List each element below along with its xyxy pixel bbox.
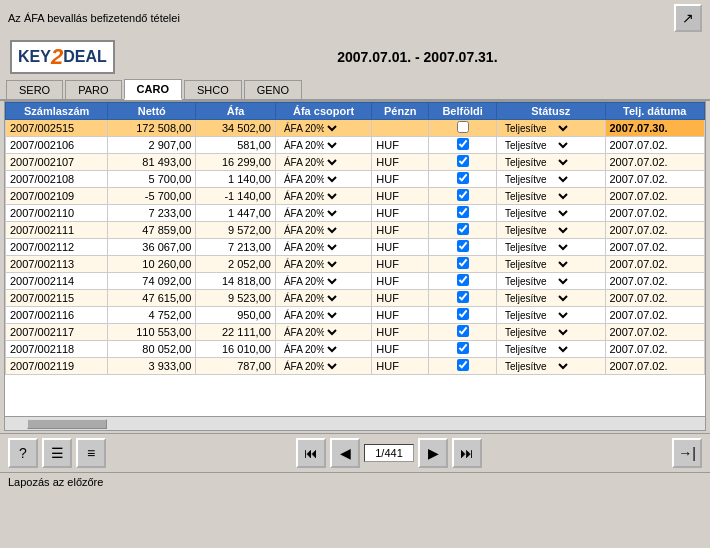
col-statusz[interactable]: Státusz: [496, 103, 605, 120]
cell-belfoldi[interactable]: [429, 188, 497, 205]
cell-belfoldi[interactable]: [429, 290, 497, 307]
next-page-button[interactable]: ▶: [418, 438, 448, 468]
table-row[interactable]: 2007/0021164 752,00950,00ÁFA 20%HUFTelje…: [6, 307, 705, 324]
afa-csoport-select[interactable]: ÁFA 20%: [280, 292, 340, 305]
cell-afa-csoport[interactable]: ÁFA 20%: [275, 341, 371, 358]
cell-statusz[interactable]: Teljesítve: [496, 307, 605, 324]
cell-belfoldi[interactable]: [429, 239, 497, 256]
cell-statusz[interactable]: Teljesítve: [496, 154, 605, 171]
afa-csoport-select[interactable]: ÁFA 20%: [280, 258, 340, 271]
cell-statusz[interactable]: Teljesítve: [496, 341, 605, 358]
belfoldi-checkbox[interactable]: [457, 155, 469, 167]
belfoldi-checkbox[interactable]: [457, 240, 469, 252]
belfoldi-checkbox[interactable]: [457, 359, 469, 371]
statusz-select[interactable]: Teljesítve: [501, 360, 571, 373]
afa-csoport-select[interactable]: ÁFA 20%: [280, 360, 340, 373]
belfoldi-checkbox[interactable]: [457, 257, 469, 269]
table-row[interactable]: 2007/00211547 615,009 523,00ÁFA 20%HUFTe…: [6, 290, 705, 307]
cell-statusz[interactable]: Teljesítve: [496, 358, 605, 375]
cell-afa-csoport[interactable]: ÁFA 20%: [275, 222, 371, 239]
afa-csoport-select[interactable]: ÁFA 20%: [280, 139, 340, 152]
cell-statusz[interactable]: Teljesítve: [496, 188, 605, 205]
cell-afa-csoport[interactable]: ÁFA 20%: [275, 358, 371, 375]
belfoldi-checkbox[interactable]: [457, 291, 469, 303]
belfoldi-checkbox[interactable]: [457, 342, 469, 354]
cell-afa-csoport[interactable]: ÁFA 20%: [275, 137, 371, 154]
statusz-select[interactable]: Teljesítve: [501, 156, 571, 169]
cell-statusz[interactable]: Teljesítve: [496, 239, 605, 256]
belfoldi-checkbox[interactable]: [457, 138, 469, 150]
cell-belfoldi[interactable]: [429, 307, 497, 324]
statusz-select[interactable]: Teljesítve: [501, 309, 571, 322]
belfoldi-checkbox[interactable]: [457, 274, 469, 286]
afa-csoport-select[interactable]: ÁFA 20%: [280, 275, 340, 288]
afa-csoport-select[interactable]: ÁFA 20%: [280, 326, 340, 339]
cell-statusz[interactable]: Teljesítve: [496, 205, 605, 222]
tab-geno[interactable]: GENO: [244, 80, 302, 99]
belfoldi-checkbox[interactable]: [457, 325, 469, 337]
table-row[interactable]: 2007/00211880 052,0016 010,00ÁFA 20%HUFT…: [6, 341, 705, 358]
cell-belfoldi[interactable]: [429, 137, 497, 154]
afa-csoport-select[interactable]: ÁFA 20%: [280, 173, 340, 186]
statusz-select[interactable]: Teljesítve: [501, 275, 571, 288]
statusz-select[interactable]: Teljesítve: [501, 190, 571, 203]
col-penzn[interactable]: Pénzn: [372, 103, 429, 120]
cell-afa-csoport[interactable]: ÁFA 20%: [275, 307, 371, 324]
cell-belfoldi[interactable]: [429, 358, 497, 375]
afa-csoport-select[interactable]: ÁFA 20%: [280, 224, 340, 237]
table-container[interactable]: Számlaszám Nettó Áfa Áfa csoport Pénzn B…: [5, 102, 705, 416]
afa-csoport-select[interactable]: ÁFA 20%: [280, 156, 340, 169]
cell-statusz[interactable]: Teljesítve: [496, 222, 605, 239]
filter-button[interactable]: ≡: [76, 438, 106, 468]
scroll-thumb[interactable]: [27, 419, 107, 429]
table-row[interactable]: 2007/0021107 233,001 447,00ÁFA 20%HUFTel…: [6, 205, 705, 222]
help-button[interactable]: ?: [8, 438, 38, 468]
afa-csoport-select[interactable]: ÁFA 20%: [280, 343, 340, 356]
table-row[interactable]: 2007/00211310 260,002 052,00ÁFA 20%HUFTe…: [6, 256, 705, 273]
cell-afa-csoport[interactable]: ÁFA 20%: [275, 273, 371, 290]
cell-belfoldi[interactable]: [429, 256, 497, 273]
belfoldi-checkbox[interactable]: [457, 189, 469, 201]
cell-belfoldi[interactable]: [429, 205, 497, 222]
cell-statusz[interactable]: Teljesítve: [496, 324, 605, 341]
cell-belfoldi[interactable]: [429, 324, 497, 341]
col-afa-csoport[interactable]: Áfa csoport: [275, 103, 371, 120]
table-row[interactable]: 2007/002109-5 700,00-1 140,00ÁFA 20%HUFT…: [6, 188, 705, 205]
statusz-select[interactable]: Teljesítve: [501, 241, 571, 254]
prev-page-button[interactable]: ◀: [330, 438, 360, 468]
belfoldi-checkbox[interactable]: [457, 206, 469, 218]
first-page-button[interactable]: ⏮: [296, 438, 326, 468]
statusz-select[interactable]: Teljesítve: [501, 292, 571, 305]
last-page-button[interactable]: ⏭: [452, 438, 482, 468]
afa-csoport-select[interactable]: ÁFA 20%: [280, 190, 340, 203]
cell-belfoldi[interactable]: [429, 171, 497, 188]
belfoldi-checkbox[interactable]: [457, 121, 469, 133]
col-telj-datuma[interactable]: Telj. dátuma: [605, 103, 705, 120]
table-row[interactable]: 2007/0021085 700,001 140,00ÁFA 20%HUFTel…: [6, 171, 705, 188]
tab-caro[interactable]: CARO: [124, 79, 182, 100]
page-input[interactable]: 1/441: [364, 444, 414, 462]
cell-afa-csoport[interactable]: ÁFA 20%: [275, 120, 371, 137]
cell-afa-csoport[interactable]: ÁFA 20%: [275, 154, 371, 171]
table-row[interactable]: 2007/00211236 067,007 213,00ÁFA 20%HUFTe…: [6, 239, 705, 256]
cell-afa-csoport[interactable]: ÁFA 20%: [275, 239, 371, 256]
statusz-select[interactable]: Teljesítve: [501, 343, 571, 356]
statusz-select[interactable]: Teljesítve: [501, 326, 571, 339]
cell-statusz[interactable]: Teljesítve: [496, 171, 605, 188]
belfoldi-checkbox[interactable]: [457, 308, 469, 320]
tab-paro[interactable]: PARO: [65, 80, 121, 99]
cell-belfoldi[interactable]: [429, 341, 497, 358]
statusz-select[interactable]: Teljesítve: [501, 207, 571, 220]
cell-afa-csoport[interactable]: ÁFA 20%: [275, 171, 371, 188]
afa-csoport-select[interactable]: ÁFA 20%: [280, 207, 340, 220]
table-row[interactable]: 2007/002515172 508,0034 502,00ÁFA 20%Tel…: [6, 120, 705, 137]
tab-shco[interactable]: SHCO: [184, 80, 242, 99]
exit-button[interactable]: →|: [672, 438, 702, 468]
afa-csoport-select[interactable]: ÁFA 20%: [280, 122, 340, 135]
cell-belfoldi[interactable]: [429, 154, 497, 171]
col-belfoldi[interactable]: Belföldi: [429, 103, 497, 120]
cell-statusz[interactable]: Teljesítve: [496, 137, 605, 154]
cell-statusz[interactable]: Teljesítve: [496, 273, 605, 290]
cell-afa-csoport[interactable]: ÁFA 20%: [275, 256, 371, 273]
cell-statusz[interactable]: Teljesítve: [496, 256, 605, 273]
